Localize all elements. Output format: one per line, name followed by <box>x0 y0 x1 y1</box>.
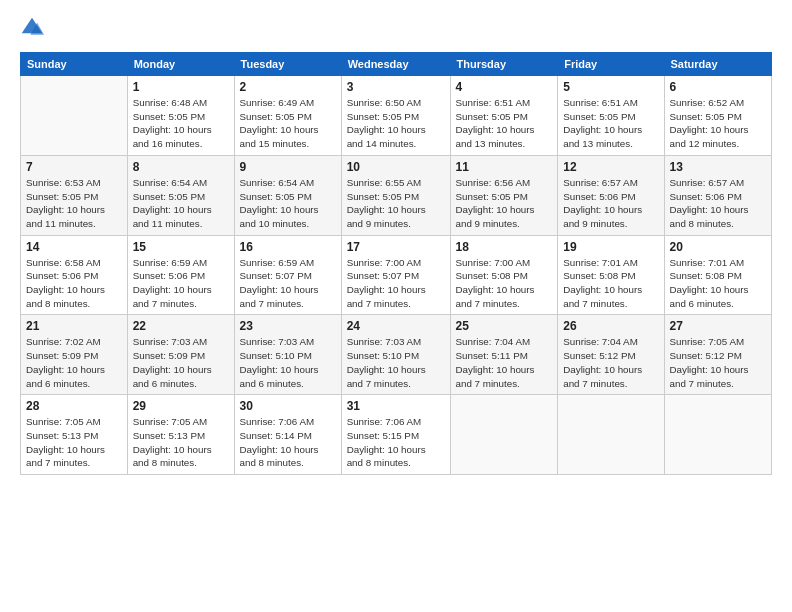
day-info: Sunrise: 6:52 AM Sunset: 5:05 PM Dayligh… <box>670 96 767 151</box>
day-info: Sunrise: 6:57 AM Sunset: 5:06 PM Dayligh… <box>563 176 658 231</box>
header <box>20 16 772 40</box>
calendar-cell: 3Sunrise: 6:50 AM Sunset: 5:05 PM Daylig… <box>341 76 450 156</box>
day-info: Sunrise: 7:05 AM Sunset: 5:13 PM Dayligh… <box>26 415 122 470</box>
calendar-cell: 1Sunrise: 6:48 AM Sunset: 5:05 PM Daylig… <box>127 76 234 156</box>
day-info: Sunrise: 6:53 AM Sunset: 5:05 PM Dayligh… <box>26 176 122 231</box>
day-number: 21 <box>26 319 122 333</box>
calendar-cell <box>558 395 664 475</box>
logo <box>20 16 48 40</box>
calendar-cell: 30Sunrise: 7:06 AM Sunset: 5:14 PM Dayli… <box>234 395 341 475</box>
day-number: 9 <box>240 160 336 174</box>
day-number: 2 <box>240 80 336 94</box>
calendar-cell: 28Sunrise: 7:05 AM Sunset: 5:13 PM Dayli… <box>21 395 128 475</box>
calendar-cell: 26Sunrise: 7:04 AM Sunset: 5:12 PM Dayli… <box>558 315 664 395</box>
day-number: 26 <box>563 319 658 333</box>
calendar-cell: 23Sunrise: 7:03 AM Sunset: 5:10 PM Dayli… <box>234 315 341 395</box>
day-info: Sunrise: 7:01 AM Sunset: 5:08 PM Dayligh… <box>670 256 767 311</box>
day-number: 12 <box>563 160 658 174</box>
calendar-cell: 8Sunrise: 6:54 AM Sunset: 5:05 PM Daylig… <box>127 155 234 235</box>
day-info: Sunrise: 7:06 AM Sunset: 5:15 PM Dayligh… <box>347 415 445 470</box>
day-number: 4 <box>456 80 553 94</box>
calendar-cell: 22Sunrise: 7:03 AM Sunset: 5:09 PM Dayli… <box>127 315 234 395</box>
calendar-cell: 5Sunrise: 6:51 AM Sunset: 5:05 PM Daylig… <box>558 76 664 156</box>
day-number: 6 <box>670 80 767 94</box>
calendar-cell: 16Sunrise: 6:59 AM Sunset: 5:07 PM Dayli… <box>234 235 341 315</box>
day-info: Sunrise: 6:59 AM Sunset: 5:07 PM Dayligh… <box>240 256 336 311</box>
day-info: Sunrise: 7:00 AM Sunset: 5:08 PM Dayligh… <box>456 256 553 311</box>
day-info: Sunrise: 7:03 AM Sunset: 5:10 PM Dayligh… <box>347 335 445 390</box>
day-info: Sunrise: 7:06 AM Sunset: 5:14 PM Dayligh… <box>240 415 336 470</box>
calendar-cell: 7Sunrise: 6:53 AM Sunset: 5:05 PM Daylig… <box>21 155 128 235</box>
calendar-cell: 24Sunrise: 7:03 AM Sunset: 5:10 PM Dayli… <box>341 315 450 395</box>
day-info: Sunrise: 7:03 AM Sunset: 5:09 PM Dayligh… <box>133 335 229 390</box>
weekday-header-monday: Monday <box>127 53 234 76</box>
calendar-cell: 6Sunrise: 6:52 AM Sunset: 5:05 PM Daylig… <box>664 76 772 156</box>
calendar-cell <box>450 395 558 475</box>
calendar-cell: 12Sunrise: 6:57 AM Sunset: 5:06 PM Dayli… <box>558 155 664 235</box>
day-info: Sunrise: 6:59 AM Sunset: 5:06 PM Dayligh… <box>133 256 229 311</box>
day-number: 19 <box>563 240 658 254</box>
week-row-1: 1Sunrise: 6:48 AM Sunset: 5:05 PM Daylig… <box>21 76 772 156</box>
day-number: 10 <box>347 160 445 174</box>
calendar-cell: 20Sunrise: 7:01 AM Sunset: 5:08 PM Dayli… <box>664 235 772 315</box>
day-number: 7 <box>26 160 122 174</box>
day-info: Sunrise: 7:02 AM Sunset: 5:09 PM Dayligh… <box>26 335 122 390</box>
page: SundayMondayTuesdayWednesdayThursdayFrid… <box>0 0 792 612</box>
day-info: Sunrise: 7:05 AM Sunset: 5:13 PM Dayligh… <box>133 415 229 470</box>
day-number: 25 <box>456 319 553 333</box>
weekday-header-friday: Friday <box>558 53 664 76</box>
day-number: 8 <box>133 160 229 174</box>
day-number: 15 <box>133 240 229 254</box>
calendar-cell: 14Sunrise: 6:58 AM Sunset: 5:06 PM Dayli… <box>21 235 128 315</box>
week-row-3: 14Sunrise: 6:58 AM Sunset: 5:06 PM Dayli… <box>21 235 772 315</box>
calendar-cell: 29Sunrise: 7:05 AM Sunset: 5:13 PM Dayli… <box>127 395 234 475</box>
calendar-cell: 4Sunrise: 6:51 AM Sunset: 5:05 PM Daylig… <box>450 76 558 156</box>
day-info: Sunrise: 6:54 AM Sunset: 5:05 PM Dayligh… <box>133 176 229 231</box>
calendar-cell: 19Sunrise: 7:01 AM Sunset: 5:08 PM Dayli… <box>558 235 664 315</box>
day-info: Sunrise: 6:51 AM Sunset: 5:05 PM Dayligh… <box>563 96 658 151</box>
day-info: Sunrise: 6:56 AM Sunset: 5:05 PM Dayligh… <box>456 176 553 231</box>
calendar-cell <box>664 395 772 475</box>
calendar-cell: 2Sunrise: 6:49 AM Sunset: 5:05 PM Daylig… <box>234 76 341 156</box>
logo-icon <box>20 16 44 40</box>
week-row-2: 7Sunrise: 6:53 AM Sunset: 5:05 PM Daylig… <box>21 155 772 235</box>
day-number: 31 <box>347 399 445 413</box>
day-info: Sunrise: 7:03 AM Sunset: 5:10 PM Dayligh… <box>240 335 336 390</box>
day-info: Sunrise: 7:00 AM Sunset: 5:07 PM Dayligh… <box>347 256 445 311</box>
calendar-cell: 17Sunrise: 7:00 AM Sunset: 5:07 PM Dayli… <box>341 235 450 315</box>
weekday-header-row: SundayMondayTuesdayWednesdayThursdayFrid… <box>21 53 772 76</box>
day-number: 23 <box>240 319 336 333</box>
day-number: 29 <box>133 399 229 413</box>
calendar-table: SundayMondayTuesdayWednesdayThursdayFrid… <box>20 52 772 475</box>
calendar-cell: 25Sunrise: 7:04 AM Sunset: 5:11 PM Dayli… <box>450 315 558 395</box>
day-number: 28 <box>26 399 122 413</box>
day-number: 13 <box>670 160 767 174</box>
calendar-cell: 18Sunrise: 7:00 AM Sunset: 5:08 PM Dayli… <box>450 235 558 315</box>
week-row-4: 21Sunrise: 7:02 AM Sunset: 5:09 PM Dayli… <box>21 315 772 395</box>
day-number: 3 <box>347 80 445 94</box>
day-info: Sunrise: 6:57 AM Sunset: 5:06 PM Dayligh… <box>670 176 767 231</box>
day-info: Sunrise: 7:05 AM Sunset: 5:12 PM Dayligh… <box>670 335 767 390</box>
day-info: Sunrise: 7:01 AM Sunset: 5:08 PM Dayligh… <box>563 256 658 311</box>
day-number: 5 <box>563 80 658 94</box>
week-row-5: 28Sunrise: 7:05 AM Sunset: 5:13 PM Dayli… <box>21 395 772 475</box>
day-info: Sunrise: 7:04 AM Sunset: 5:11 PM Dayligh… <box>456 335 553 390</box>
calendar-cell: 31Sunrise: 7:06 AM Sunset: 5:15 PM Dayli… <box>341 395 450 475</box>
calendar-cell: 9Sunrise: 6:54 AM Sunset: 5:05 PM Daylig… <box>234 155 341 235</box>
day-info: Sunrise: 7:04 AM Sunset: 5:12 PM Dayligh… <box>563 335 658 390</box>
day-info: Sunrise: 6:48 AM Sunset: 5:05 PM Dayligh… <box>133 96 229 151</box>
calendar-cell: 27Sunrise: 7:05 AM Sunset: 5:12 PM Dayli… <box>664 315 772 395</box>
day-number: 22 <box>133 319 229 333</box>
day-info: Sunrise: 6:58 AM Sunset: 5:06 PM Dayligh… <box>26 256 122 311</box>
calendar-cell: 21Sunrise: 7:02 AM Sunset: 5:09 PM Dayli… <box>21 315 128 395</box>
weekday-header-wednesday: Wednesday <box>341 53 450 76</box>
weekday-header-thursday: Thursday <box>450 53 558 76</box>
day-number: 30 <box>240 399 336 413</box>
calendar-cell: 11Sunrise: 6:56 AM Sunset: 5:05 PM Dayli… <box>450 155 558 235</box>
calendar-cell: 10Sunrise: 6:55 AM Sunset: 5:05 PM Dayli… <box>341 155 450 235</box>
weekday-header-saturday: Saturday <box>664 53 772 76</box>
calendar-cell <box>21 76 128 156</box>
day-info: Sunrise: 6:55 AM Sunset: 5:05 PM Dayligh… <box>347 176 445 231</box>
day-number: 27 <box>670 319 767 333</box>
day-info: Sunrise: 6:49 AM Sunset: 5:05 PM Dayligh… <box>240 96 336 151</box>
